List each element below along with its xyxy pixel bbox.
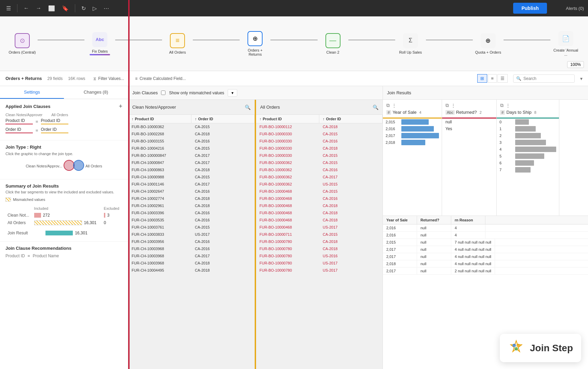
pipeline-node-fix-dates[interactable]: Abc Fix Dates (84, 32, 115, 55)
panel-fields: 29 fields (48, 76, 63, 81)
table-cell: FUR-CH-10003956 (128, 238, 191, 245)
table-cell: CA-2016 (191, 209, 255, 216)
create-annual-icon: 📄 (558, 31, 573, 46)
tab-settings[interactable]: Settings (0, 86, 64, 99)
left-source-label: Clean Notes/Approver (5, 113, 42, 117)
table-row: FUR-BO-10000780 CA-2018 (256, 238, 383, 245)
view-detail-btn[interactable]: ☰ (497, 74, 508, 83)
clause1-right: Product ID (41, 118, 68, 124)
table-cell: FUR-CH-10002647 (128, 188, 191, 195)
clean-included-bar[interactable]: 272 (34, 213, 101, 218)
join-step-svg (508, 339, 524, 356)
table-cell: FUR-BO-10000330 (256, 138, 319, 145)
publish-button[interactable]: Publish (513, 3, 547, 14)
search-expand-btn[interactable]: ▾ (580, 76, 583, 81)
returned-col-more-btn[interactable]: ⋮ (451, 103, 456, 108)
pipeline-node-orders-returns[interactable]: ⊕ Orders + Returns (240, 31, 270, 56)
pipeline-node-orders-central[interactable]: ⊙ Orders (Central) (7, 33, 38, 54)
result-bar-row: 0 (497, 119, 559, 125)
clean-excluded-bar[interactable]: 3 (104, 213, 120, 218)
clean-included-bar-fill (34, 213, 41, 218)
run-btn[interactable]: ▷ (91, 4, 99, 13)
year-col-copy-btn[interactable]: ⧉ (386, 102, 390, 108)
applied-join-clauses-title: Applied Join Clauses + (5, 103, 122, 109)
result-col-days: ⧉ ⋮ # Days to Ship 8 0 1 2 3 (497, 100, 559, 216)
snapshot-btn[interactable]: ⬜ (46, 4, 57, 13)
right-col-order-id: ↑ Order ID (319, 115, 383, 123)
days-col-more-btn[interactable]: ⋮ (506, 103, 510, 108)
alerts-button[interactable]: Alerts (0) (566, 6, 584, 11)
right-table-search-btn[interactable]: 🔍 (373, 105, 378, 110)
join-result-bar-fill (45, 231, 73, 235)
year-col-body: 2,015 2,016 2,017 2,018 (383, 119, 442, 216)
view-list-btn[interactable]: ≡ (488, 74, 497, 83)
search-input[interactable] (523, 76, 571, 81)
panel-title: Orders + Returns (5, 76, 42, 81)
clause2-left: Order ID (5, 127, 33, 133)
filter-values-btn[interactable]: ⧖ Filter Values... (91, 75, 127, 82)
right-panel: Join Results ⧉ ⋮ # Year of Sale 4 (383, 86, 588, 369)
pipeline-node-clean2[interactable]: — Clean 2 (318, 33, 348, 54)
table-cell: FUR-CH-10004495 (128, 267, 191, 274)
table-row: FUR-BO-10000468 CA-2018 (256, 217, 383, 224)
pipeline-node-roll-up[interactable]: Σ Roll Up Sales (395, 33, 426, 54)
table-cell: CA-2018 (319, 238, 383, 245)
results-cell-returned: null (417, 268, 451, 274)
join-result-row: Join Result 16,301 (5, 229, 122, 237)
top-toolbar: ☰ ← → ⬜ 🔖 ↻ ▷ ⋯ Publish Alerts (0) (0, 0, 588, 16)
table-row: FUR-BO-10000780 US-2017 (256, 260, 383, 267)
create-calculated-btn[interactable]: ≡ Create Calculated Field... (132, 75, 188, 82)
svg-point-2 (514, 347, 518, 351)
table-row: FUR-BO-10003155 CA-2016 (128, 138, 255, 145)
join-results-title: Join Results (387, 90, 411, 95)
table-cell: FUR-BO-10000362 (256, 166, 319, 173)
bookmark-btn[interactable]: 🔖 (60, 4, 71, 13)
clause2-right: Order ID (41, 127, 68, 133)
table-row: FUR-CH-10003535 CA-2016 (128, 217, 255, 224)
expand-btn[interactable]: ☰ (4, 4, 13, 13)
table-cell: FUR-BO-10000468 (256, 195, 319, 202)
table-row: FUR-BO-10000362 CA-2016 (256, 166, 383, 174)
pipeline-node-create-annual[interactable]: 📄 Create 'Annual ... (550, 31, 581, 56)
join-result-bar[interactable]: 16,301 (45, 231, 115, 235)
join-step-overlay: Join Step (500, 334, 581, 362)
results-cell-extra: 4 null null null null null (451, 260, 495, 267)
returned-col-body: null Yes (442, 119, 496, 216)
all-orders-included-bar[interactable]: 16,301 (34, 220, 101, 225)
year-col-more-btn[interactable]: ⋮ (392, 103, 397, 108)
table-cell: FUR-BO-10000330 (256, 131, 319, 137)
schedule-btn[interactable]: ⋯ (102, 4, 111, 13)
pipeline-node-quota[interactable]: ⊕ Quota + Orders (473, 33, 504, 54)
pipeline-node-all-orders[interactable]: ≡ All Orders (162, 33, 193, 54)
back-btn[interactable]: ← (22, 4, 31, 13)
bar-label: 2 (499, 134, 513, 138)
forward-btn[interactable]: → (34, 4, 43, 13)
bar-label: 5 (499, 154, 513, 158)
left-table-search-btn[interactable]: 🔍 (245, 105, 251, 110)
tab-changes[interactable]: Changes (8) (64, 86, 128, 99)
returned-null-row: null (442, 119, 496, 125)
results-cell-returned: null (417, 246, 451, 253)
table-cell: FUR-BO-10000362 (256, 174, 319, 180)
join-venn[interactable]: Clean Notes/Approv... All Orders (5, 160, 122, 172)
table-cell: CA-2016 (319, 138, 383, 145)
add-clause-btn[interactable]: + (119, 103, 122, 109)
mismatched-checkbox[interactable] (161, 91, 165, 95)
join-result-label: Join Result (6, 230, 43, 236)
show-mismatched-dropdown[interactable]: ▾ (228, 89, 237, 97)
table-cell: FUR-BO-10004216 (128, 145, 191, 152)
table-row: FUR-BO-10000362 CA-2015 (256, 159, 383, 166)
view-grid-btn[interactable]: ⊞ (477, 74, 487, 83)
table-row: FUR-CH-10003956 CA-2016 (128, 238, 255, 245)
quota-icon: ⊕ (481, 33, 496, 48)
refresh-btn[interactable]: ↻ (79, 4, 88, 13)
days-col-copy-btn[interactable]: ⧉ (500, 102, 504, 108)
bar-fill (401, 133, 439, 138)
all-orders-excluded-bar[interactable]: 0 (104, 220, 120, 225)
fix-dates-label: Fix Dates (92, 49, 108, 53)
days-col-count: 8 (534, 110, 536, 114)
rec-op: = (28, 254, 30, 258)
returned-col-copy-btn[interactable]: ⧉ (445, 102, 449, 108)
venn-diagram (64, 160, 84, 172)
left-sidebar: Settings Changes (8) Applied Join Clause… (0, 86, 128, 369)
